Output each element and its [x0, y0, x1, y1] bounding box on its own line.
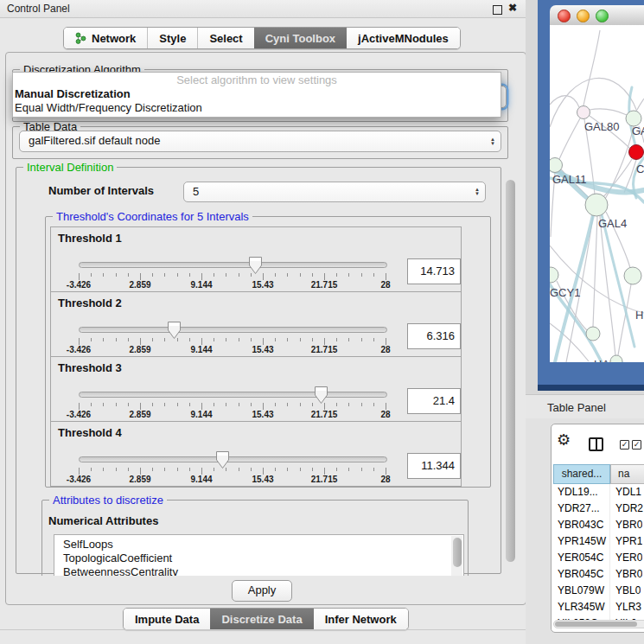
attribute-list-item[interactable]: BetweennessCentrality [54, 565, 463, 576]
scrollbar-thumb[interactable] [555, 622, 637, 627]
number-of-intervals-combo[interactable]: 5 ▲▼ [183, 182, 486, 202]
network-node-gcy1[interactable] [550, 267, 558, 283]
tick-label: 2.859 [129, 280, 150, 290]
column-header-name[interactable]: na [610, 464, 644, 484]
checkbox-icon[interactable]: ✓ [632, 440, 641, 450]
table-row[interactable]: YLR345WYLR3 [553, 599, 644, 615]
minor-tick [312, 403, 313, 406]
network-node-gal80[interactable] [577, 106, 590, 119]
tab-cyni-toolbox[interactable]: Cyni Toolbox [254, 28, 347, 48]
network-window-titlebar[interactable] [550, 5, 644, 26]
tab-infer-network[interactable]: Infer Network [314, 609, 408, 629]
minor-tick [226, 338, 226, 341]
slider-thumb[interactable] [215, 450, 230, 469]
minor-tick [226, 273, 226, 277]
tab-label: Discretize Data [221, 613, 302, 626]
apply-button[interactable]: Apply [232, 580, 292, 602]
cell-shared-name: YDR27... [553, 501, 610, 517]
table-row[interactable]: YER054CYER0 [553, 550, 644, 566]
slider-track[interactable] [79, 456, 387, 462]
threshold-2-value-field[interactable]: 6.316 [407, 323, 461, 349]
scrollbar-thumb[interactable] [453, 538, 462, 567]
gear-icon[interactable]: ⚙ [557, 432, 571, 448]
tab-label: Style [159, 32, 186, 45]
table-row[interactable]: YBR045CYBR0 [553, 566, 644, 583]
table-row[interactable]: YDL19...YDL1 [553, 484, 644, 501]
table-horizontal-scrollbar[interactable] [553, 620, 644, 628]
algorithm-dropdown-prompt: Select algorithm to view settings [13, 73, 501, 87]
threshold-label: Threshold 1 [58, 232, 122, 245]
attribute-list-item[interactable]: TopologicalCoefficient [54, 552, 463, 565]
minor-tick [251, 468, 252, 471]
float-window-icon[interactable] [493, 5, 502, 15]
minor-tick [91, 338, 92, 341]
tick-label: 28 [380, 280, 390, 290]
table-rows: YDL19...YDL1YDR27...YDR2YBR043CYBR0YPR14… [553, 484, 644, 620]
algorithm-dropdown-popup: Select algorithm to view settings Manual… [12, 72, 501, 118]
tab-select[interactable]: Select [197, 28, 253, 48]
threshold-4-value-field[interactable]: 11.344 [407, 453, 461, 479]
minor-tick [373, 468, 374, 471]
tab-impute-data[interactable]: Impute Data [124, 609, 210, 629]
attributes-list-scrollbar[interactable] [451, 536, 462, 576]
number-of-intervals-value: 5 [184, 182, 485, 201]
algorithm-option-equal-width-frequency[interactable]: Equal Width/Frequency Discretization [13, 101, 501, 115]
network-edge [559, 118, 580, 159]
table-data-combo[interactable]: galFiltered.sif default node ▲▼ [19, 131, 501, 152]
table-data-combo-value: galFiltered.sif default node [20, 131, 501, 150]
tick-label: 15.43 [252, 345, 273, 354]
threshold-1-value-field[interactable]: 14.713 [407, 258, 461, 284]
close-icon[interactable]: ✖ [508, 2, 517, 14]
network-node[interactable] [610, 355, 622, 362]
table-row[interactable]: YBR043CYBR0 [553, 517, 644, 533]
checkbox-icon[interactable]: ✓ [620, 440, 629, 450]
column-layout-icon[interactable] [589, 437, 603, 451]
network-node-h[interactable] [624, 267, 641, 284]
node-label: GAL4 [598, 217, 627, 230]
network-canvas[interactable]: GAL80GACGAL11GAL4GCY1HHAP2 [550, 25, 644, 362]
scrollbar-thumb[interactable] [506, 180, 515, 562]
slider-track[interactable] [79, 327, 387, 333]
major-tick [140, 468, 141, 475]
network-node-c[interactable] [629, 145, 644, 160]
cell-shared-name: YBR043C [553, 517, 610, 533]
threshold-3-value-field[interactable]: 21.4 [407, 388, 461, 414]
numerical-attributes-label: Numerical Attributes [48, 514, 158, 527]
tick-label: 2.859 [129, 410, 150, 419]
slider-track[interactable] [79, 392, 387, 398]
attribute-list-item[interactable]: SelfLoops [54, 538, 463, 552]
minor-tick [152, 403, 153, 406]
tick-label: 9.144 [190, 475, 212, 484]
minor-tick [251, 273, 252, 277]
tick-label: 2.859 [129, 475, 150, 484]
minor-tick [152, 338, 153, 341]
minor-tick [226, 403, 226, 406]
column-header-shared-name[interactable]: shared... [553, 464, 610, 484]
tab-jactivemnodules[interactable]: jActiveMNodules [347, 28, 460, 48]
tab-discretize-data[interactable]: Discretize Data [210, 609, 313, 629]
network-node-gal11[interactable] [550, 158, 563, 173]
zoom-traffic-light-icon[interactable] [596, 10, 609, 22]
tick-label: 2.859 [129, 345, 150, 354]
network-node-hap2[interactable] [586, 327, 600, 341]
tab-style[interactable]: Style [147, 28, 197, 48]
minor-tick [214, 403, 214, 406]
slider-thumb[interactable] [314, 386, 328, 405]
table-panel-area: ⚙ ✓ ✓ shared... na YDL19...YDL1YDR27...Y… [526, 418, 644, 644]
algorithm-option-manual-discretization[interactable]: Manual Discretization [13, 87, 501, 101]
network-node-gal4[interactable] [585, 194, 608, 216]
minor-tick [128, 273, 129, 277]
numerical-attributes-list[interactable]: SelfLoopsTopologicalCoefficientBetweenne… [54, 534, 464, 576]
slider-track[interactable] [79, 262, 387, 268]
slider-thumb[interactable] [167, 321, 182, 340]
table-row[interactable]: YDR27...YDR2 [553, 501, 644, 517]
tab-network[interactable]: Network [64, 28, 147, 48]
tick-label: -3.426 [67, 475, 91, 484]
minimize-traffic-light-icon[interactable] [577, 10, 590, 22]
close-traffic-light-icon[interactable] [558, 10, 571, 22]
settings-vertical-scrollbar[interactable] [505, 164, 516, 574]
table-row[interactable]: YPR145WYPR1 [553, 533, 644, 550]
table-row[interactable]: YBL079WYBL0 [553, 583, 644, 599]
slider-thumb[interactable] [248, 256, 263, 275]
settings-scroll-region: Interval Definition Number of Intervals … [12, 163, 505, 576]
